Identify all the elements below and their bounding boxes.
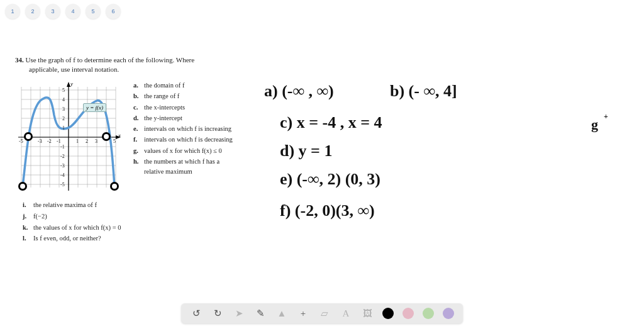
hand-g-plus: + bbox=[604, 112, 608, 121]
hand-g: g bbox=[591, 116, 598, 133]
tick-x-n1: -1 bbox=[57, 138, 61, 144]
page-tab-1[interactable]: 1 bbox=[5, 4, 20, 19]
hand-b: b) (- ∞, 4] bbox=[390, 82, 457, 101]
color-purple[interactable] bbox=[443, 308, 454, 319]
sub-d-letter: d. bbox=[133, 113, 141, 123]
undo-button[interactable]: ↺ bbox=[190, 307, 203, 320]
marker-bottom-left bbox=[18, 182, 27, 191]
tick-x-1: 1 bbox=[76, 138, 79, 144]
lower-items: i.the relative maxima of f j.f(−2) k.the… bbox=[23, 200, 121, 245]
question-line2: applicable, use interval notation. bbox=[29, 65, 242, 74]
pointer-tool[interactable]: ➤ bbox=[233, 307, 245, 320]
tick-y-n2: -2 bbox=[60, 154, 65, 159]
tick-x-n3: -3 bbox=[38, 138, 42, 144]
color-black[interactable] bbox=[382, 308, 394, 319]
content-row: y x y = f(x) -5 5 -3 -2 -1 1 2 3 5 4 3 2… bbox=[15, 81, 240, 194]
tick-y-n5: -5 bbox=[60, 182, 65, 188]
tick-y-2: 2 bbox=[62, 116, 65, 121]
sub-b: the range of f bbox=[144, 91, 179, 101]
toolbar: ↺ ↻ ➤ ✎ ▲ + ▱ A 🖼 bbox=[181, 303, 463, 323]
lower-k-letter: k. bbox=[23, 223, 30, 233]
question-number: 34. bbox=[15, 56, 24, 64]
redo-button[interactable]: ↻ bbox=[211, 307, 224, 320]
marker-right-x bbox=[102, 132, 111, 141]
page-tab-4[interactable]: 4 bbox=[65, 4, 80, 19]
sub-c-letter: c. bbox=[133, 103, 141, 113]
graph: y x y = f(x) -5 5 -3 -2 -1 1 2 3 5 4 3 2… bbox=[15, 81, 122, 194]
graph-y-label: y bbox=[70, 81, 73, 87]
graph-x-label: x bbox=[118, 132, 121, 138]
sub-c: the x-intercepts bbox=[144, 103, 185, 113]
sub-f-letter: f. bbox=[133, 135, 141, 145]
tick-x-neg5: -5 bbox=[19, 138, 23, 144]
color-green[interactable] bbox=[423, 308, 434, 319]
eraser-tool[interactable]: ▱ bbox=[318, 307, 331, 320]
tick-y-n3: -3 bbox=[60, 163, 65, 169]
tick-x-3: 3 bbox=[95, 138, 97, 144]
hand-a: a) (-∞ , ∞) bbox=[264, 82, 334, 101]
sub-g: values of x for which f(x) ≤ 0 bbox=[144, 146, 222, 156]
sub-d: the y-intercept bbox=[144, 113, 182, 123]
tick-x-n2: -2 bbox=[47, 138, 52, 144]
color-pink[interactable] bbox=[402, 308, 414, 319]
pen-tool[interactable]: ✎ bbox=[254, 307, 267, 320]
sub-f: intervals on which f is decreasing bbox=[144, 135, 233, 145]
sub-b-letter: b. bbox=[133, 91, 141, 101]
hand-f: f) (-2, 0)(3, ∞) bbox=[280, 201, 375, 220]
question-block: 34. Use the graph of f to determine each… bbox=[15, 55, 242, 74]
lower-l-letter: l. bbox=[23, 233, 30, 244]
tick-y-4: 4 bbox=[62, 97, 65, 103]
sub-h: the numbers at which f has a relative ma… bbox=[144, 157, 240, 177]
sub-a: the domain of f bbox=[144, 81, 184, 91]
sub-g-letter: g. bbox=[133, 146, 141, 156]
text-tool[interactable]: A bbox=[340, 307, 352, 320]
lower-j: f(−2) bbox=[33, 211, 47, 222]
sub-a-letter: a. bbox=[133, 81, 141, 91]
lower-j-letter: j. bbox=[23, 211, 30, 222]
tick-y-n1: -1 bbox=[60, 144, 65, 150]
page-tabs: 1 2 3 4 5 6 bbox=[5, 4, 121, 19]
lower-l: Is f even, odd, or neither? bbox=[33, 233, 101, 244]
hand-e: e) (-∞, 2) (0, 3) bbox=[280, 170, 380, 189]
lower-i: the relative maxima of f bbox=[33, 200, 97, 211]
image-tool[interactable]: 🖼 bbox=[361, 307, 374, 320]
sub-items: a.the domain of f b.the range of f c.the… bbox=[133, 81, 240, 194]
hand-d: d) y = 1 bbox=[280, 142, 332, 160]
shapes-tool[interactable]: ▲ bbox=[275, 307, 288, 320]
sub-e: intervals on which f is increasing bbox=[144, 124, 231, 134]
question-line1: Use the graph of f to determine each of … bbox=[26, 56, 195, 64]
tick-x-5: 5 bbox=[113, 138, 116, 144]
tick-y-3: 3 bbox=[62, 106, 65, 112]
marker-left-x bbox=[24, 132, 33, 141]
page-tab-2[interactable]: 2 bbox=[25, 4, 40, 19]
tick-x-2: 2 bbox=[86, 138, 88, 144]
sub-h-letter: h. bbox=[133, 157, 141, 177]
page-tab-5[interactable]: 5 bbox=[86, 4, 101, 19]
page-tab-3[interactable]: 3 bbox=[45, 4, 60, 19]
tick-y-5: 5 bbox=[62, 87, 65, 93]
lower-k: the values of x for which f(x) = 0 bbox=[33, 223, 121, 233]
graph-equation: y = f(x) bbox=[83, 103, 106, 112]
lower-i-letter: i. bbox=[23, 200, 30, 211]
hand-c: c) x = -4 , x = 4 bbox=[280, 113, 382, 132]
tick-y-n4: -4 bbox=[60, 172, 65, 178]
sub-e-letter: e. bbox=[133, 124, 141, 134]
marker-bottom-right bbox=[110, 182, 119, 191]
page-tab-6[interactable]: 6 bbox=[106, 4, 121, 19]
tick-y-1: 1 bbox=[62, 125, 65, 131]
plus-tool[interactable]: + bbox=[297, 307, 309, 320]
